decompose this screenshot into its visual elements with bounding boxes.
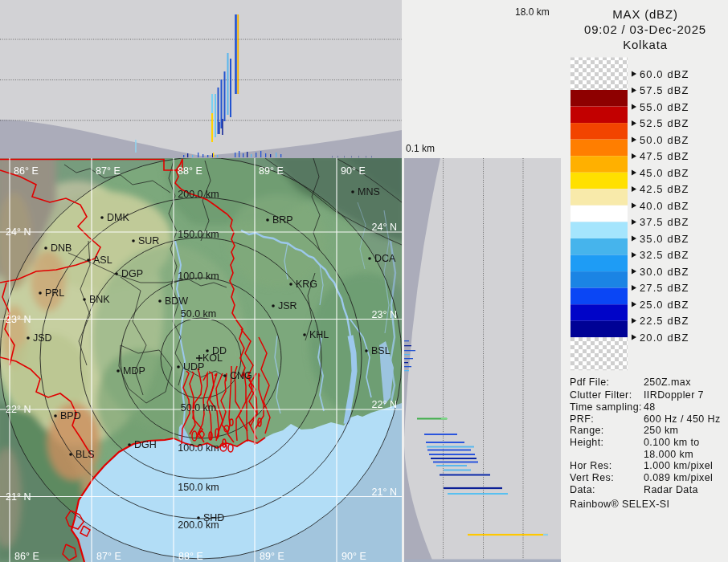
svg-text:250Z.max: 250Z.max (644, 377, 691, 388)
svg-text:Vert Res:: Vert Res: (570, 472, 614, 483)
svg-text:BNK: BNK (89, 294, 110, 305)
svg-text:DCA: DCA (374, 253, 396, 264)
svg-text:KOL: KOL (202, 352, 223, 364)
svg-text:18.000 km: 18.000 km (644, 449, 693, 460)
svg-text:50.0 dBZ: 50.0 dBZ (640, 134, 689, 146)
svg-text:SUR: SUR (138, 235, 159, 246)
svg-text:90° E: 90° E (341, 165, 366, 177)
svg-text:600 Hz / 450 Hz: 600 Hz / 450 Hz (644, 413, 721, 425)
svg-text:KHL: KHL (309, 329, 329, 340)
svg-text:BRP: BRP (272, 214, 293, 226)
svg-text:22° N: 22° N (372, 399, 397, 410)
svg-text:88° E: 88° E (178, 551, 203, 562)
svg-text:50.0 km: 50.0 km (181, 308, 216, 320)
svg-text:24° N: 24° N (6, 226, 31, 238)
svg-text:30.0 dBZ: 30.0 dBZ (640, 266, 689, 278)
svg-text:Data:: Data: (570, 484, 595, 495)
svg-text:Radar Data: Radar Data (644, 484, 698, 495)
svg-text:SHD: SHD (203, 512, 224, 523)
svg-text:Height:: Height: (570, 437, 603, 448)
svg-text:DGP: DGP (121, 268, 143, 279)
svg-text:MNS: MNS (358, 186, 380, 198)
svg-text:MAX (dBZ): MAX (dBZ) (612, 7, 677, 21)
svg-text:86° E: 86° E (14, 165, 39, 177)
svg-text:45.0 dBZ: 45.0 dBZ (640, 167, 689, 179)
svg-text:47.5 dBZ: 47.5 dBZ (640, 150, 689, 162)
svg-text:150.0 km: 150.0 km (178, 229, 219, 240)
svg-text:PRL: PRL (45, 287, 64, 299)
svg-text:UDP: UDP (183, 361, 204, 373)
svg-text:18.0 km: 18.0 km (515, 6, 550, 18)
svg-text:89° E: 89° E (259, 165, 284, 177)
svg-text:57.5 dBZ: 57.5 dBZ (640, 84, 689, 96)
svg-text:BSL: BSL (371, 345, 391, 356)
svg-text:JSD: JSD (33, 332, 52, 344)
svg-text:22° N: 22° N (6, 404, 31, 415)
svg-text:20.0 dBZ: 20.0 dBZ (640, 332, 689, 344)
svg-text:DGH: DGH (134, 439, 157, 450)
svg-text:100.0 km: 100.0 km (178, 271, 219, 282)
svg-text:27.5 dBZ: 27.5 dBZ (640, 282, 689, 294)
svg-text:87° E: 87° E (96, 551, 121, 562)
svg-text:22.5 dBZ: 22.5 dBZ (640, 315, 689, 327)
svg-text:Pdf File:: Pdf File: (570, 377, 609, 388)
svg-text:89° E: 89° E (260, 551, 284, 562)
svg-text:48: 48 (644, 401, 656, 413)
svg-text:21° N: 21° N (6, 491, 31, 503)
svg-text:PRF:: PRF: (570, 413, 594, 425)
svg-text:60.0 dBZ: 60.0 dBZ (640, 68, 689, 80)
svg-text:DMK: DMK (107, 212, 129, 223)
svg-text:0.089 km/pixel: 0.089 km/pixel (644, 472, 713, 483)
svg-text:250 km: 250 km (644, 425, 678, 436)
svg-text:MDP: MDP (123, 365, 145, 377)
svg-text:Hor Res:: Hor Res: (570, 460, 612, 471)
svg-text:55.0 dBZ: 55.0 dBZ (640, 101, 689, 113)
svg-text:Time sampling:: Time sampling: (570, 401, 642, 413)
svg-text:87° E: 87° E (96, 165, 121, 177)
svg-text:35.0 dBZ: 35.0 dBZ (640, 233, 689, 245)
svg-text:DNB: DNB (51, 242, 72, 254)
svg-text:200.0 km: 200.0 km (178, 189, 219, 200)
svg-text:ASL: ASL (93, 255, 112, 266)
svg-text:40.0 dBZ: 40.0 dBZ (640, 200, 689, 212)
svg-text:Rainbow® SELEX-SI: Rainbow® SELEX-SI (570, 499, 669, 510)
svg-text:50.0 km: 50.0 km (181, 402, 216, 413)
svg-text:BPD: BPD (60, 410, 81, 422)
svg-text:23° N: 23° N (6, 314, 31, 325)
svg-text:1.000 km/pixel: 1.000 km/pixel (644, 460, 713, 471)
svg-text:BLS: BLS (76, 449, 95, 460)
svg-text:37.5 dBZ: 37.5 dBZ (640, 216, 689, 228)
svg-text:24° N: 24° N (372, 222, 397, 233)
svg-text:42.5 dBZ: 42.5 dBZ (640, 183, 689, 195)
svg-text:BDW: BDW (165, 295, 188, 307)
svg-text:90° E: 90° E (342, 551, 366, 562)
svg-text:Kolkata: Kolkata (623, 38, 668, 51)
svg-text:23° N: 23° N (372, 309, 397, 320)
svg-text:52.5 dBZ: 52.5 dBZ (640, 117, 689, 129)
svg-text:100.0 km: 100.0 km (178, 442, 219, 454)
svg-text:Clutter Filter:: Clutter Filter: (570, 389, 632, 401)
svg-text:IIRDoppler 7: IIRDoppler 7 (644, 389, 704, 401)
svg-text:32.5 dBZ: 32.5 dBZ (640, 249, 689, 261)
svg-text:CNG: CNG (230, 370, 252, 381)
svg-text:21° N: 21° N (372, 487, 397, 498)
svg-text:09:02 / 03-Dec-2025: 09:02 / 03-Dec-2025 (584, 22, 706, 36)
svg-text:25.0 dBZ: 25.0 dBZ (640, 299, 689, 311)
svg-text:Range:: Range: (570, 425, 604, 436)
svg-text:88° E: 88° E (178, 165, 202, 177)
svg-text:0.100 km to: 0.100 km to (644, 437, 700, 448)
svg-text:150.0 km: 150.0 km (178, 482, 219, 493)
svg-text:JSR: JSR (278, 300, 297, 312)
svg-text:KRG: KRG (296, 279, 317, 290)
svg-text:86° E: 86° E (14, 551, 39, 562)
svg-text:0.1 km: 0.1 km (406, 143, 435, 154)
